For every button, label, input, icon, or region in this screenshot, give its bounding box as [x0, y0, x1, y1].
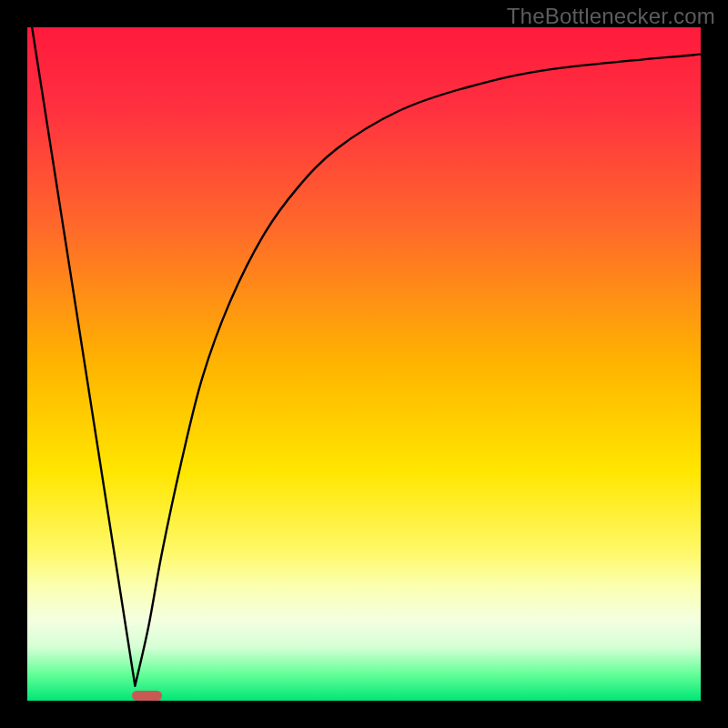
plot-area — [27, 27, 701, 701]
optimum-marker — [132, 691, 162, 701]
watermark-text: TheBottlenecker.com — [507, 4, 715, 29]
bottleneck-curve — [27, 27, 701, 701]
chart-frame: TheBottlenecker.com — [0, 0, 728, 728]
